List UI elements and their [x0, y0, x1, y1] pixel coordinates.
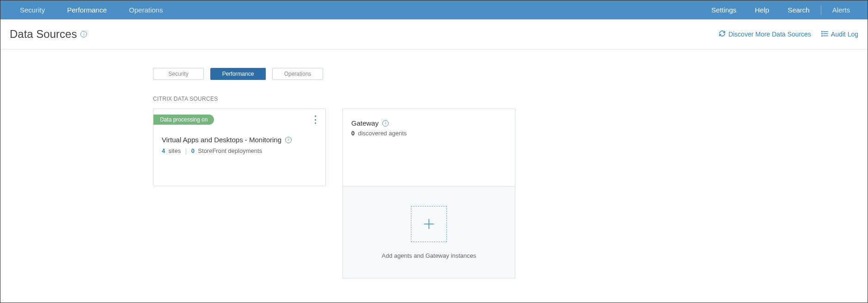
section-label: CITRIX DATA SOURCES — [153, 96, 868, 102]
add-agents-button[interactable] — [411, 206, 447, 242]
svg-point-4 — [822, 33, 823, 34]
sites-label-text: sites — [168, 147, 181, 154]
agents-label: discovered agents — [358, 130, 407, 137]
discover-more-link[interactable]: Discover More Data Sources — [719, 30, 811, 38]
nav-search[interactable]: Search — [778, 1, 819, 18]
header-actions: Discover More Data Sources Audit Log — [719, 30, 858, 38]
list-icon — [821, 30, 828, 38]
tab-security[interactable]: Security — [153, 68, 204, 80]
add-agents-caption: Add agents and Gateway instances — [382, 252, 477, 259]
top-nav-right: Settings Help Search Alerts — [702, 1, 859, 18]
nav-help[interactable]: Help — [746, 1, 778, 18]
gateway-title-text: Gateway — [351, 119, 379, 127]
card-title-text: Virtual Apps and Desktops - Monitoring — [162, 136, 281, 144]
top-nav-left: Security Performance Operations — [9, 1, 174, 18]
meta-separator: | — [185, 147, 187, 154]
card-virtual-apps-desktops[interactable]: Data processing on Virtual Apps and Desk… — [153, 109, 326, 186]
discover-more-label: Discover More Data Sources — [728, 30, 811, 38]
agents-count: 0 — [351, 130, 355, 137]
svg-point-3 — [822, 31, 823, 32]
card-gateway[interactable]: Gateway i 0 discovered agents — [342, 109, 515, 186]
gateway-title: Gateway i — [351, 119, 507, 127]
page-header: Data Sources i Discover More Data Source… — [0, 19, 868, 49]
card-title: Virtual Apps and Desktops - Monitoring i — [162, 136, 317, 144]
storefront-label-text: StoreFront deployments — [198, 147, 262, 154]
content-area: Security Performance Operations CITRIX D… — [0, 49, 868, 279]
nav-divider — [821, 6, 821, 15]
tab-bar: Security Performance Operations — [153, 68, 868, 80]
plus-icon — [423, 218, 435, 230]
refresh-icon — [719, 30, 726, 38]
nav-operations[interactable]: Operations — [118, 1, 174, 18]
more-menu-icon[interactable] — [312, 115, 319, 124]
top-nav-bar: Security Performance Operations Settings… — [0, 0, 868, 19]
gateway-subtext: 0 discovered agents — [351, 130, 507, 137]
card-meta: 4 sites | 0 StoreFront deployments — [162, 147, 317, 154]
status-badge: Data processing on — [153, 115, 214, 125]
info-icon[interactable]: i — [382, 120, 389, 127]
nav-settings[interactable]: Settings — [702, 1, 746, 18]
add-agents-panel: Add agents and Gateway instances — [342, 186, 515, 279]
nav-alerts[interactable]: Alerts — [823, 1, 859, 18]
nav-security[interactable]: Security — [9, 1, 56, 18]
cards-row: Data processing on Virtual Apps and Desk… — [153, 109, 868, 279]
storefront-count: 0 — [191, 147, 195, 154]
tab-performance[interactable]: Performance — [210, 68, 266, 80]
page-title: Data Sources — [10, 28, 77, 41]
tab-operations[interactable]: Operations — [272, 68, 323, 80]
card-gateway-stack: Gateway i 0 discovered agents Add agents… — [342, 109, 515, 279]
audit-log-label: Audit Log — [831, 30, 858, 38]
sites-count: 4 — [162, 147, 165, 154]
audit-log-link[interactable]: Audit Log — [821, 30, 858, 38]
info-icon[interactable]: i — [285, 137, 292, 143]
info-icon[interactable]: i — [80, 31, 87, 37]
nav-performance[interactable]: Performance — [56, 1, 118, 18]
svg-point-5 — [822, 35, 823, 36]
